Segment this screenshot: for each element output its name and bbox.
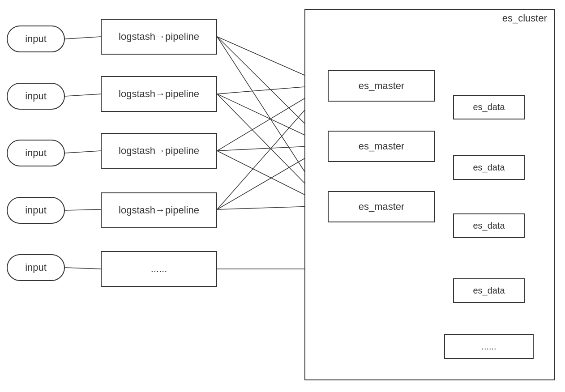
svg-line-0 [65,37,101,39]
pipeline-node-1: logstash→pipeline [101,19,217,55]
input-node-2: input [7,83,65,110]
input-node-5: input [7,254,65,281]
input-node-4: input [7,197,65,224]
pipeline-node-2: logstash→pipeline [101,76,217,112]
es-cluster-container: es_cluster es_master es_data es_master e… [304,9,555,380]
pipeline-node-3: logstash→pipeline [101,133,217,169]
es-data-node-3: es_data [453,213,525,238]
svg-line-1 [65,94,101,96]
es-data-node-5: ...... [444,334,534,359]
es-data-node-1: es_data [453,95,525,119]
svg-line-3 [65,209,101,210]
pipeline-node-4: logstash→pipeline [101,192,217,228]
pipeline-node-5: ...... [101,251,217,287]
input-node-3: input [7,140,65,166]
svg-line-4 [65,268,101,269]
input-node-1: input [7,26,65,52]
es-data-node-4: es_data [453,278,525,303]
es-master-node-3: es_master [328,191,435,222]
es-cluster-label: es_cluster [502,13,547,24]
svg-line-2 [65,151,101,153]
es-master-node-2: es_master [328,131,435,162]
es-master-node-1: es_master [328,70,435,102]
es-data-node-2: es_data [453,155,525,180]
diagram-canvas: input input input input input logstash→p… [0,0,565,392]
